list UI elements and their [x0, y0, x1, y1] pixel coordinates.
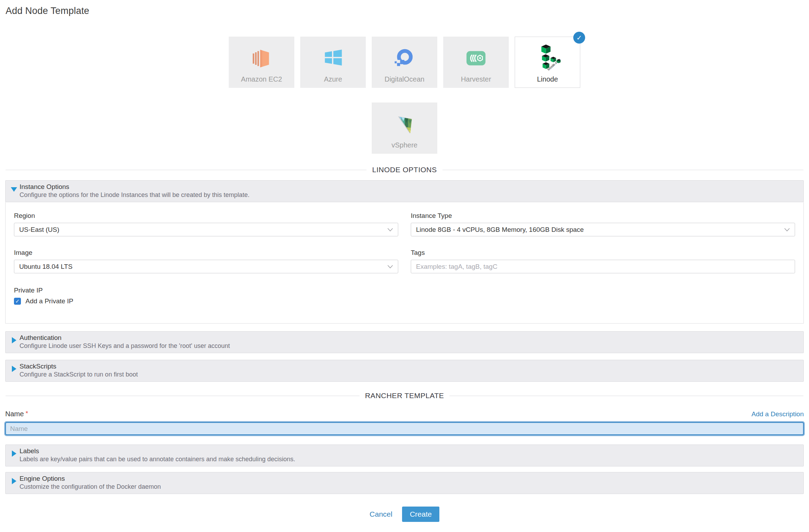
instance-options-body: Region US-East (US) Instance Type Linode…	[5, 202, 804, 324]
provider-row-1: Amazon EC2 Azure	[0, 37, 809, 88]
amazon-ec2-icon	[249, 45, 274, 72]
stackscripts-section: StackScripts Configure a StackScript to …	[5, 360, 804, 382]
linode-icon: linode.com	[533, 45, 562, 72]
chevron-down-icon	[784, 228, 790, 231]
tags-field: Tags	[411, 249, 795, 273]
provider-options-divider-label: LINODE OPTIONS	[372, 166, 437, 174]
instance-type-field: Instance Type Linode 8GB - 4 vCPUs, 8GB …	[411, 212, 795, 236]
authentication-subtitle: Configure Linode user SSH Keys and a pas…	[20, 342, 799, 350]
chevron-down-icon	[387, 228, 393, 231]
add-description-link[interactable]: Add a Description	[751, 410, 804, 418]
name-label-group: Name*	[5, 410, 28, 418]
labels-header[interactable]: Labels Labels are key/value pairs that c…	[5, 444, 804, 466]
private-ip-checkbox[interactable]: ✓	[14, 298, 21, 305]
instance-type-select-value: Linode 8GB - 4 vCPUs, 8GB Memory, 160GB …	[416, 226, 584, 234]
provider-card-label: Harvester	[461, 75, 491, 83]
divider-line	[449, 396, 803, 396]
provider-card-digitalocean[interactable]: DigitalOcean	[372, 37, 437, 88]
tags-input[interactable]	[411, 260, 795, 273]
stackscripts-subtitle: Configure a StackScript to run on first …	[20, 371, 799, 378]
provider-card-label: DigitalOcean	[385, 75, 425, 83]
page-title: Add Node Template	[6, 6, 803, 16]
authentication-section: Authentication Configure Linode user SSH…	[5, 331, 804, 353]
triangle-down-icon	[11, 187, 17, 192]
provider-row-2: vSphere	[0, 102, 809, 154]
provider-card-label: Azure	[324, 75, 342, 83]
region-field: Region US-East (US)	[14, 212, 398, 236]
image-select[interactable]: Ubuntu 18.04 LTS	[14, 260, 398, 273]
labels-title: Labels	[20, 447, 799, 455]
provider-card-label: Amazon EC2	[241, 75, 282, 83]
provider-card-azure[interactable]: Azure	[300, 37, 366, 88]
footer-actions: Cancel Create	[0, 507, 809, 532]
authentication-title: Authentication	[20, 334, 799, 342]
check-icon: ✓	[576, 34, 582, 42]
region-select-value: US-East (US)	[19, 226, 59, 234]
stackscripts-title: StackScripts	[20, 363, 799, 370]
labels-section: Labels Labels are key/value pairs that c…	[5, 444, 804, 466]
labels-subtitle: Labels are key/value pairs that can be u…	[20, 456, 799, 463]
harvester-icon	[464, 45, 488, 72]
provider-card-amazon-ec2[interactable]: Amazon EC2	[229, 37, 294, 88]
page-header: Add Node Template	[0, 0, 809, 16]
engine-options-header[interactable]: Engine Options Customize the configurati…	[5, 472, 804, 494]
image-field: Image Ubuntu 18.04 LTS	[14, 249, 398, 273]
provider-options-divider: LINODE OPTIONS	[6, 166, 803, 174]
instance-options-subtitle: Configure the options for the Linode Ins…	[20, 191, 799, 199]
engine-options-title: Engine Options	[20, 475, 799, 482]
triangle-right-icon	[12, 478, 16, 484]
triangle-right-icon	[12, 337, 16, 343]
private-ip-label: Private IP	[14, 287, 795, 294]
divider-line	[443, 170, 803, 170]
provider-card-vsphere[interactable]: vSphere	[372, 102, 437, 154]
region-select[interactable]: US-East (US)	[14, 223, 398, 236]
triangle-right-icon	[12, 450, 16, 457]
name-label: Name	[5, 410, 24, 418]
provider-card-label: Linode	[537, 75, 558, 83]
engine-options-section: Engine Options Customize the configurati…	[5, 472, 804, 494]
image-select-value: Ubuntu 18.04 LTS	[19, 263, 73, 271]
instance-options-title: Instance Options	[20, 183, 799, 191]
create-button[interactable]: Create	[402, 507, 439, 522]
instance-options-field-grid: Region US-East (US) Instance Type Linode…	[14, 212, 795, 273]
region-label: Region	[14, 212, 398, 220]
authentication-header[interactable]: Authentication Configure Linode user SSH…	[5, 331, 804, 353]
tags-label: Tags	[411, 249, 795, 257]
rancher-template-divider-label: RANCHER TEMPLATE	[365, 392, 444, 400]
image-label: Image	[14, 249, 398, 257]
name-field-row: Name* Add a Description	[5, 410, 804, 418]
vsphere-icon	[392, 111, 417, 138]
selected-check-badge: ✓	[573, 32, 585, 44]
name-input[interactable]	[5, 422, 804, 435]
provider-card-harvester[interactable]: Harvester	[443, 37, 509, 88]
check-icon: ✓	[15, 298, 20, 304]
private-ip-field: Private IP ✓ Add a Private IP	[14, 287, 795, 305]
stackscripts-header[interactable]: StackScripts Configure a StackScript to …	[5, 360, 804, 382]
name-input-wrap	[5, 422, 804, 435]
instance-type-select[interactable]: Linode 8GB - 4 vCPUs, 8GB Memory, 160GB …	[411, 223, 795, 236]
chevron-down-icon	[387, 265, 393, 268]
instance-type-label: Instance Type	[411, 212, 795, 220]
private-ip-checkbox-row[interactable]: ✓ Add a Private IP	[14, 297, 795, 305]
divider-line	[6, 396, 360, 396]
digitalocean-icon	[392, 45, 417, 72]
required-marker: *	[25, 410, 28, 417]
engine-options-subtitle: Customize the configuration of the Docke…	[20, 483, 799, 491]
provider-picker: Amazon EC2 Azure	[0, 37, 809, 154]
cancel-button[interactable]: Cancel	[370, 510, 392, 518]
rancher-template-divider: RANCHER TEMPLATE	[6, 392, 803, 400]
instance-options-section: Instance Options Configure the options f…	[5, 180, 804, 324]
divider-line	[6, 170, 366, 170]
instance-options-header[interactable]: Instance Options Configure the options f…	[5, 180, 804, 202]
private-ip-checkbox-label: Add a Private IP	[25, 297, 73, 305]
triangle-right-icon	[12, 366, 16, 372]
azure-icon	[321, 45, 345, 72]
provider-card-label: vSphere	[392, 141, 418, 149]
provider-card-linode[interactable]: ✓	[515, 37, 580, 88]
